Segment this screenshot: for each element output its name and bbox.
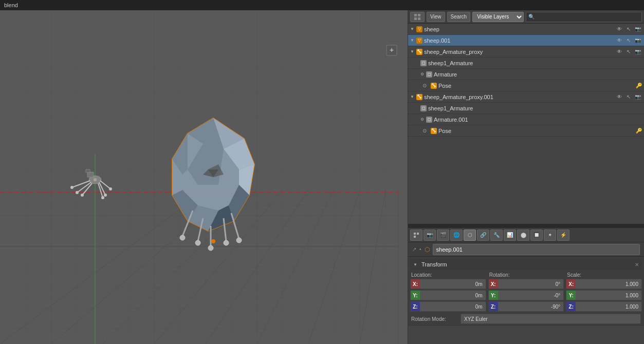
rotation-x-label: X: (489, 279, 498, 289)
cursor-icon-sheep001[interactable]: ↖ (624, 36, 633, 45)
obj-header-icon: ↗ (412, 246, 416, 252)
location-group: Location: X: 0m Y: 0m Z: 0m (410, 272, 486, 312)
prop-btn-render[interactable]: 📷 (424, 230, 436, 241)
svg-rect-94 (414, 14, 417, 16)
outliner-row-armature[interactable]: ⚙ ◻ Armature (408, 69, 644, 80)
outliner-row-sheep-armature-proxy[interactable]: ▼ 🦴 sheep_Armature_proxy 👁 ↖ 📷 (408, 46, 644, 58)
rotation-mode-label: Rotation Mode: (411, 316, 457, 322)
collapse-arrow-sheep[interactable]: ▼ (410, 27, 414, 31)
cursor-icon-sheep[interactable]: ↖ (624, 25, 633, 33)
collapse-arrow-sheep001[interactable]: ▼ (410, 38, 414, 43)
prop-btn-material[interactable]: ⬤ (517, 230, 529, 241)
eye-icon-pose[interactable]: ⊙ (420, 82, 429, 90)
outliner-row-sheep[interactable]: ▼ ▽ sheep 👁 ↖ 📷 (408, 24, 644, 35)
search-input[interactable] (526, 12, 642, 22)
transform-close[interactable]: ✕ (635, 262, 639, 267)
prop-btn-world[interactable]: 🌐 (450, 230, 463, 241)
outliner-row-sheep001[interactable]: ▼ ▽ sheep.001 👁 ↖ 📷 (408, 35, 644, 46)
rotation-mode-value[interactable]: XYZ Euler (461, 314, 641, 324)
row-label-sheep: sheep (424, 26, 615, 32)
outliner-row-pose[interactable]: ⊙ 🦴 Pose 🔑 (408, 80, 644, 91)
location-x-label: X: (411, 279, 420, 289)
eye-icon-sap001[interactable]: 👁 (615, 93, 623, 101)
transform-fields: Location: X: 0m Y: 0m Z: 0m (410, 272, 642, 312)
viewport-grid: + (0, 10, 408, 344)
prop-btn-constraints[interactable]: 🔗 (477, 230, 489, 241)
svg-point-60 (109, 187, 112, 190)
svg-point-86 (208, 245, 213, 251)
cursor-icon-sap[interactable]: ↖ (624, 48, 633, 56)
rotation-x-row[interactable]: X: 0° (488, 279, 564, 289)
outliner-row-sap001[interactable]: ▼ 🦴 sheep_Armature_proxy.001 👁 ↖ 📷 (408, 91, 644, 103)
svg-point-88 (236, 238, 242, 243)
obj-header-ball: ⬡ (425, 246, 430, 253)
rotation-y-row[interactable]: Y: -0° (488, 290, 564, 300)
scale-y-row[interactable]: Y: 1.000 (566, 290, 642, 300)
svg-rect-96 (414, 17, 417, 20)
transform-title[interactable]: ▼ Transform ✕ (410, 259, 642, 270)
svg-point-85 (195, 240, 200, 245)
svg-point-59 (70, 186, 73, 189)
object-name-input[interactable]: sheep.001 (433, 244, 640, 255)
scale-label: Scale: (566, 272, 642, 278)
rotation-label: Rotation: (488, 272, 564, 278)
obj-icon-s1a2: ◻ (420, 105, 427, 111)
outliner-row-pose001[interactable]: ⊙ 🦴 Pose 🔑 (408, 125, 644, 137)
obj-icon-armature: ◻ (426, 71, 432, 78)
svg-point-84 (180, 235, 185, 240)
viewport-3d[interactable]: + (0, 10, 408, 344)
prop-btn-physics[interactable]: ⚡ (557, 230, 569, 241)
render-icon-sap001[interactable]: 📷 (634, 93, 642, 101)
visible-layers-dropdown[interactable]: Visible Layers (472, 12, 524, 22)
svg-rect-61 (87, 172, 94, 177)
location-y-value: 0m (420, 293, 486, 298)
eye-icon-sap[interactable]: 👁 (615, 48, 623, 56)
rotation-z-row[interactable]: Z: -90° (488, 301, 564, 312)
prop-btn-texture[interactable]: 🔲 (530, 230, 543, 241)
svg-point-63 (94, 178, 97, 181)
row-actions-sheep001: 👁 ↖ 📷 (615, 36, 642, 45)
render-icon-sap[interactable]: 📷 (634, 48, 642, 56)
rotation-y-label: Y: (489, 291, 498, 300)
row-label-armature001: Armature.001 (434, 117, 642, 123)
outliner-row-sheep1-armature-2[interactable]: ◻ sheep1_Armature (408, 103, 644, 114)
location-z-value: 0m (420, 304, 486, 310)
eye-icon-sheep[interactable]: 👁 (615, 25, 623, 33)
render-icon-sheep001[interactable]: 📷 (634, 36, 642, 45)
prop-btn-data[interactable]: 📊 (504, 230, 516, 241)
svg-rect-98 (414, 233, 416, 235)
rotation-mode-row: Rotation Mode: XYZ Euler (410, 314, 642, 324)
location-z-label: Z: (411, 302, 420, 311)
prop-btn-modifiers[interactable]: 🔧 (490, 230, 503, 241)
main-layout: + View Search Visible Lay (0, 10, 644, 344)
eye-icon-sheep001[interactable]: 👁 (615, 36, 623, 45)
scale-y-value: 1.000 (576, 293, 641, 298)
obj-icon-armature001: ◻ (426, 117, 432, 123)
render-icon-sheep[interactable]: 📷 (634, 25, 642, 33)
view-btn[interactable]: View (427, 12, 445, 22)
location-y-row[interactable]: Y: 0m (410, 290, 486, 300)
rotation-y-value: -0° (498, 293, 564, 298)
outliner-row-sheep1-armature[interactable]: ◻ sheep1_Armature (408, 58, 644, 69)
prop-btn-object[interactable]: ⬡ (464, 230, 476, 241)
obj-icon-s1a: ◻ (420, 60, 427, 66)
search-btn[interactable]: Search (447, 12, 471, 22)
svg-point-56 (101, 196, 104, 199)
cursor-icon-sap001[interactable]: ↖ (624, 93, 633, 101)
collapse-arrow-sap001[interactable]: ▼ (410, 94, 414, 99)
outliner-row-armature001[interactable]: ⚙ ◻ Armature.001 (408, 114, 644, 125)
collapse-arrow-sap[interactable]: ▼ (410, 49, 414, 54)
row-actions-sheep: 👁 ↖ 📷 (615, 25, 642, 33)
location-z-row[interactable]: Z: 0m (410, 301, 486, 312)
scale-z-row[interactable]: Z: 1.000 (566, 301, 642, 312)
scale-x-row[interactable]: X: 1.000 (566, 279, 642, 289)
outliner-content[interactable]: ▼ ▽ sheep 👁 ↖ 📷 ▼ ▽ sheep.001 👁 ↖ 📷 (408, 24, 644, 224)
svg-point-53 (76, 191, 79, 194)
eye-icon-pose001[interactable]: ⊙ (420, 127, 429, 135)
prop-btn-scene[interactable]: 🎬 (437, 230, 449, 241)
panel-type-btn[interactable] (410, 12, 425, 22)
location-x-row[interactable]: X: 0m (410, 279, 486, 289)
location-y-label: Y: (411, 291, 420, 300)
prop-btn-layout[interactable] (410, 230, 422, 241)
prop-btn-particles[interactable]: ✦ (544, 230, 556, 241)
